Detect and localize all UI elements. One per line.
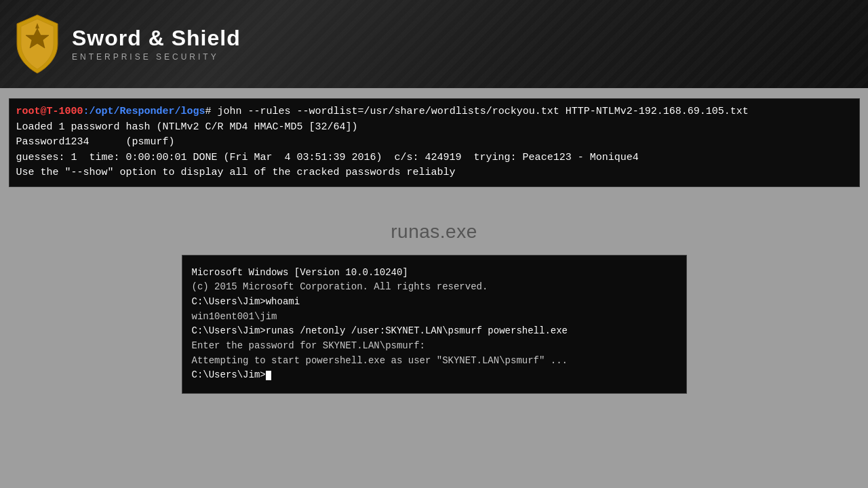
terminal-line-2: Loaded 1 password hash (NTLMv2 C/R MD4 H… [16,120,852,136]
terminal-command: john --rules --wordlist=/usr/share/wordl… [218,104,749,120]
terminal-output-2: Loaded 1 password hash (NTLMv2 C/R MD4 H… [16,120,358,136]
terminal-output-5: Use the "--show" option to display all o… [16,165,456,181]
brand-name: Sword & Shield [72,26,241,50]
terminal-output-4: guesses: 1 time: 0:00:00:01 DONE (Fri Ma… [16,150,639,166]
prompt-path: :/opt/Responder/logs [83,104,205,120]
main-content: root@T-1000:/opt/Responder/logs# john --… [0,88,868,488]
header: Sword & Shield ENTERPRISE SECURITY [0,0,868,88]
brand-subtitle: ENTERPRISE SECURITY [72,52,241,62]
terminal-output-3: Password1234 (psmurf) [16,135,175,150]
logo-area: Sword & Shield ENTERPRISE SECURITY [14,14,241,75]
terminal-line-4: guesses: 1 time: 0:00:00:01 DONE (Fri Ma… [16,150,852,166]
terminal-top: root@T-1000:/opt/Responder/logs# john --… [9,98,860,187]
terminal-line-5: Use the "--show" option to display all o… [16,165,852,181]
terminal-line-1: root@T-1000:/opt/Responder/logs# john --… [16,104,852,120]
win-line-8: Enter the password for SKYNET.LAN\psmurf… [192,339,677,354]
cursor-icon [266,371,271,380]
terminal-win: Microsoft Windows [Version 10.0.10240] (… [182,255,687,394]
win-line-5: win10ent001\jim [192,310,677,325]
prompt-symbol: # [205,104,218,120]
win-line-11: C:\Users\Jim> [192,368,677,383]
runas-label: runas.exe [391,221,477,243]
win-line-1: Microsoft Windows [Version 10.0.10240] [192,266,677,281]
win-line-9: Attempting to start powershell.exe as us… [192,354,677,369]
shield-icon [14,14,61,75]
prompt-user: root@T-1000 [16,104,83,120]
win-line-7: C:\Users\Jim>runas /netonly /user:SKYNET… [192,324,677,339]
brand-text: Sword & Shield ENTERPRISE SECURITY [72,26,241,61]
win-line-4: C:\Users\Jim>whoami [192,295,677,310]
terminal-line-3: Password1234 (psmurf) [16,135,852,150]
win-line-2: (c) 2015 Microsoft Corporation. All righ… [192,280,677,295]
